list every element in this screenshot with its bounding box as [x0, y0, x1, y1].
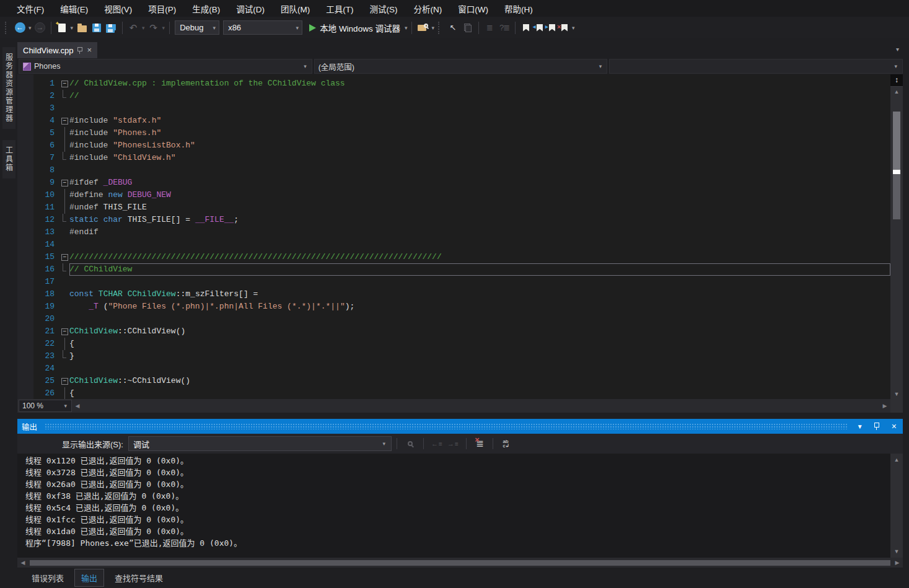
- close-icon[interactable]: ×: [892, 421, 897, 431]
- menu-item[interactable]: 团队(M): [273, 0, 318, 17]
- new-file-dropdown-icon[interactable]: ▾: [71, 25, 74, 31]
- fold-toggle[interactable]: −: [59, 115, 69, 127]
- redo-button[interactable]: ↷: [146, 20, 161, 35]
- menu-item[interactable]: 生成(B): [184, 0, 228, 17]
- menu-item[interactable]: 窗口(W): [450, 0, 496, 17]
- menu-item[interactable]: 测试(S): [362, 0, 406, 17]
- fold-toggle[interactable]: −: [59, 325, 69, 338]
- tool-window-tab[interactable]: 服务器资源管理器: [2, 47, 15, 129]
- editor-vertical-scrollbar[interactable]: ↕ ▲ ▼: [890, 74, 903, 399]
- toggle-word-wrap-button[interactable]: abc↲: [498, 436, 514, 451]
- find-in-files-button[interactable]: [415, 20, 430, 35]
- undo-button[interactable]: ↶: [126, 20, 141, 35]
- menu-item[interactable]: 文件(F): [9, 0, 52, 17]
- collapse-minus-icon[interactable]: −: [61, 328, 68, 335]
- output-title-bar[interactable]: 输出 ▼ ×: [17, 419, 903, 434]
- toolbar-drag-grip[interactable]: [5, 22, 10, 34]
- indent-lines-button[interactable]: ≣: [482, 20, 497, 35]
- line-number: 19: [33, 301, 59, 313]
- comment-lines-button[interactable]: ?≣: [497, 20, 512, 35]
- panel-tab-inactive[interactable]: 错误列表: [25, 569, 71, 587]
- toolbar-overflow-icon[interactable]: ▾: [572, 25, 575, 31]
- save-all-button[interactable]: [104, 20, 119, 35]
- navigate-forward-button[interactable]: →: [33, 20, 48, 35]
- window-position-dropdown-icon[interactable]: ▼: [854, 423, 866, 430]
- output-source-dropdown[interactable]: 调试 ▾: [128, 436, 392, 451]
- code-line-text: {: [69, 338, 890, 350]
- scroll-left-icon[interactable]: ◀: [17, 559, 29, 566]
- navigate-backward-button[interactable]: ←: [12, 20, 27, 35]
- new-file-button[interactable]: [55, 20, 69, 35]
- code-area[interactable]: 1−// ChildView.cpp : implementation of t…: [33, 74, 890, 399]
- collapse-minus-icon[interactable]: −: [61, 378, 68, 385]
- next-bookmark-button[interactable]: ▸: [546, 23, 558, 33]
- previous-bookmark-button[interactable]: ◂: [534, 23, 546, 33]
- collapse-minus-icon[interactable]: −: [61, 81, 68, 87]
- start-debugging-button[interactable]: 本地 Windows 调试器 ▾: [304, 22, 408, 34]
- scroll-right-icon[interactable]: ▶: [892, 559, 903, 566]
- toggle-bookmark-button[interactable]: [519, 20, 534, 35]
- output-horizontal-scrollbar[interactable]: ◀ ▶: [17, 558, 903, 568]
- find-message-button[interactable]: [402, 436, 418, 451]
- scroll-up-icon[interactable]: ▲: [894, 455, 900, 465]
- output-vertical-scrollbar[interactable]: ▲ ▼: [890, 454, 903, 558]
- collapse-minus-icon[interactable]: −: [61, 254, 68, 261]
- document-tab[interactable]: ChildView.cpp ×: [17, 42, 97, 58]
- pin-icon[interactable]: [874, 423, 879, 430]
- next-message-button[interactable]: →≡: [445, 436, 461, 451]
- scrollbar-track[interactable]: [890, 97, 903, 389]
- menu-item[interactable]: 编辑(E): [52, 0, 96, 17]
- collapse-minus-icon[interactable]: −: [61, 118, 68, 125]
- code-editor[interactable]: 1−// ChildView.cpp : implementation of t…: [17, 74, 903, 399]
- start-debugging-dropdown-icon[interactable]: ▾: [405, 25, 408, 31]
- undo-dropdown-icon[interactable]: ▾: [142, 25, 145, 31]
- menu-item[interactable]: 调试(D): [228, 0, 273, 17]
- tool-window-tab[interactable]: 工具箱: [2, 140, 15, 178]
- navigate-backward-dropdown-icon[interactable]: ▾: [29, 25, 32, 31]
- menu-item[interactable]: 工具(T): [318, 0, 361, 17]
- menu-item[interactable]: 项目(P): [140, 0, 184, 17]
- open-file-button[interactable]: [74, 20, 89, 35]
- solution-configuration-dropdown[interactable]: Debug ▾: [175, 20, 219, 35]
- output-body: 线程 0x1120 已退出,返回值为 0 (0x0)。线程 0x3728 已退出…: [17, 454, 903, 558]
- fold-toggle[interactable]: −: [59, 177, 69, 189]
- projects-dropdown[interactable]: ▾: [609, 59, 903, 74]
- scroll-right-icon[interactable]: ▶: [879, 403, 890, 409]
- tab-list-dropdown-icon[interactable]: ▾: [896, 46, 899, 53]
- split-window-handle[interactable]: ↕: [890, 74, 903, 87]
- clear-all-button[interactable]: ≣×: [472, 436, 488, 451]
- save-button[interactable]: [89, 20, 104, 35]
- menu-item[interactable]: 分析(N): [406, 0, 450, 17]
- scrollbar-thumb[interactable]: [893, 112, 900, 220]
- members-dropdown[interactable]: (全局范围) ▾: [314, 59, 608, 74]
- menu-item[interactable]: 视图(V): [96, 0, 140, 17]
- horizontal-scrollbar-track[interactable]: [83, 399, 879, 413]
- close-icon[interactable]: ×: [87, 46, 92, 54]
- scrollbar-thumb[interactable]: [30, 560, 890, 566]
- breakpoint-margin[interactable]: [17, 74, 33, 399]
- scroll-up-icon[interactable]: ▲: [894, 87, 900, 97]
- scroll-down-icon[interactable]: ▼: [894, 389, 900, 399]
- zoom-level-dropdown[interactable]: 100 % ▾: [19, 400, 72, 412]
- pin-icon[interactable]: [77, 47, 82, 54]
- types-dropdown[interactable]: Phones ▾: [19, 59, 312, 74]
- clear-bookmarks-button[interactable]: ×: [558, 23, 571, 33]
- panel-tab-inactive[interactable]: 查找符号结果: [108, 569, 170, 587]
- fold-toggle[interactable]: −: [59, 77, 69, 90]
- solution-platform-dropdown[interactable]: x86 ▾: [223, 20, 302, 35]
- scroll-down-icon[interactable]: ▼: [894, 546, 900, 556]
- find-dropdown-icon[interactable]: ▾: [431, 25, 434, 31]
- menu-item[interactable]: 帮助(H): [496, 0, 541, 17]
- collapse-minus-icon[interactable]: −: [61, 180, 68, 186]
- copy-button[interactable]: [460, 20, 475, 35]
- fold-toggle[interactable]: −: [59, 251, 69, 263]
- redo-dropdown-icon[interactable]: ▾: [162, 25, 165, 31]
- previous-message-button[interactable]: ←≡: [429, 436, 445, 451]
- output-log[interactable]: 线程 0x1120 已退出,返回值为 0 (0x0)。线程 0x3728 已退出…: [17, 454, 890, 558]
- fold-toggle[interactable]: −: [59, 375, 69, 387]
- toolbar-drag-grip[interactable]: [438, 22, 443, 34]
- scroll-left-icon[interactable]: ◀: [72, 403, 83, 409]
- panel-tab-active[interactable]: 输出: [74, 569, 104, 587]
- pointer-select-button[interactable]: ↖: [446, 20, 460, 35]
- arrow-right-icon: →: [447, 440, 454, 447]
